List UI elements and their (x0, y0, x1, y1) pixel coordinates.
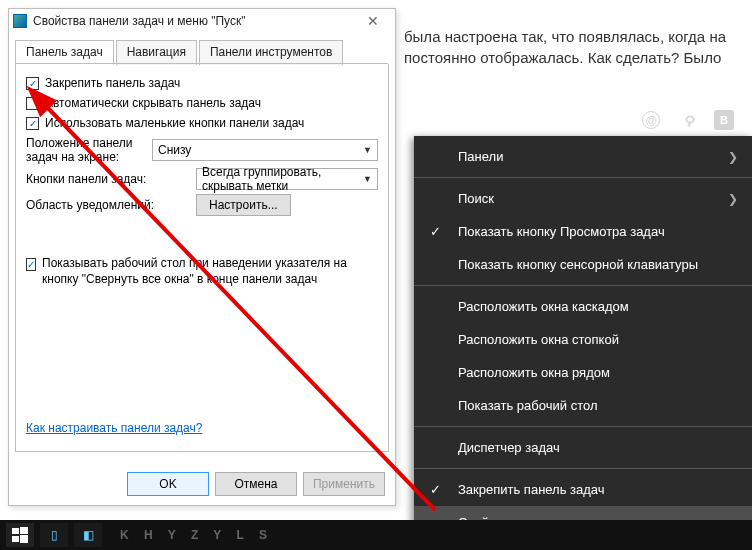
taskbar-context-menu: Панели ❯ Поиск ❯ ✓ Показать кнопку Просм… (414, 136, 752, 543)
checkbox-row-autohide[interactable]: ✓ Автоматически скрывать панель задач (26, 96, 378, 110)
check-icon: ✓ (430, 224, 441, 239)
label-position: Положение панели задач на экране: (26, 136, 152, 164)
svg-rect-2 (12, 536, 19, 542)
menu-item-taskmgr[interactable]: Диспетчер задач (414, 431, 752, 464)
taskbar[interactable]: ▯ ◧ K H Y Z Y L S (0, 520, 752, 550)
chevron-right-icon: ❯ (728, 150, 738, 164)
social-icons: @ ဝှ B (642, 110, 734, 130)
label-buttons: Кнопки панели задач: (26, 172, 196, 186)
menu-item-taskview[interactable]: ✓ Показать кнопку Просмотра задач (414, 215, 752, 248)
tab-content: ✓ Закрепить панель задач ✓ Автоматически… (15, 64, 389, 452)
vk-icon[interactable]: B (714, 110, 734, 130)
tab-navigation[interactable]: Навигация (116, 40, 197, 65)
menu-item-sidebyside[interactable]: Расположить окна рядом (414, 356, 752, 389)
help-link[interactable]: Как настраивать панели задач? (26, 421, 202, 435)
page-text: была настроена так, что появлялась, когд… (404, 26, 742, 68)
separator (414, 285, 752, 286)
svg-rect-0 (12, 528, 19, 534)
chevron-down-icon: ▼ (363, 174, 372, 184)
check-icon: ✓ (430, 482, 441, 497)
checkbox-row-aeropeek[interactable]: ✓ Показывать рабочий стол при наведении … (26, 256, 378, 287)
titlebar: Свойства панели задач и меню "Пуск" ✕ (9, 9, 395, 33)
separator (414, 426, 752, 427)
wallpaper-text: K H Y Z Y L S (120, 528, 273, 542)
customize-button[interactable]: Настроить... (196, 194, 291, 216)
apply-button[interactable]: Применить (303, 472, 385, 496)
close-button[interactable]: ✕ (355, 10, 391, 32)
windows-icon (12, 527, 28, 543)
combo-position[interactable]: Снизу ▼ (152, 139, 378, 161)
menu-item-lock[interactable]: ✓ Закрепить панель задач (414, 473, 752, 506)
checkbox-icon: ✓ (26, 258, 36, 271)
separator (414, 177, 752, 178)
cancel-button[interactable]: Отмена (215, 472, 297, 496)
start-button[interactable] (6, 523, 34, 547)
dialog-buttons: OK Отмена Применить (127, 472, 385, 496)
taskbar-app-icon[interactable]: ▯ (40, 523, 68, 547)
checkbox-row-lock[interactable]: ✓ Закрепить панель задач (26, 76, 378, 90)
ok-button[interactable]: OK (127, 472, 209, 496)
menu-item-stack[interactable]: Расположить окна стопкой (414, 323, 752, 356)
window-title: Свойства панели задач и меню "Пуск" (33, 14, 355, 28)
menu-item-touchkeyboard[interactable]: Показать кнопку сенсорной клавиатуры (414, 248, 752, 281)
checkbox-icon: ✓ (26, 117, 39, 130)
at-icon[interactable]: @ (642, 111, 660, 129)
svg-rect-3 (20, 535, 28, 543)
taskbar-properties-dialog: Свойства панели задач и меню "Пуск" ✕ Па… (8, 8, 396, 506)
chevron-right-icon: ❯ (728, 192, 738, 206)
window-icon (13, 14, 27, 28)
menu-item-search[interactable]: Поиск ❯ (414, 182, 752, 215)
chevron-down-icon: ▼ (363, 145, 372, 155)
label-notify: Область уведомлений: (26, 198, 196, 212)
separator (414, 468, 752, 469)
menu-item-cascade[interactable]: Расположить окна каскадом (414, 290, 752, 323)
menu-item-panels[interactable]: Панели ❯ (414, 140, 752, 173)
menu-item-showdesktop[interactable]: Показать рабочий стол (414, 389, 752, 422)
ok-icon[interactable]: ဝှ (678, 111, 696, 129)
tab-taskbar[interactable]: Панель задач (15, 40, 114, 65)
combo-buttons[interactable]: Всегда группировать, скрывать метки ▼ (196, 168, 378, 190)
checkbox-icon: ✓ (26, 77, 39, 90)
tab-toolbars[interactable]: Панели инструментов (199, 40, 343, 65)
svg-rect-1 (20, 527, 28, 534)
tab-strip: Панель задач Навигация Панели инструмент… (9, 33, 395, 64)
checkbox-row-smallicons[interactable]: ✓ Использовать маленькие кнопки панели з… (26, 116, 378, 130)
checkbox-icon: ✓ (26, 97, 39, 110)
taskbar-app-icon[interactable]: ◧ (74, 523, 102, 547)
